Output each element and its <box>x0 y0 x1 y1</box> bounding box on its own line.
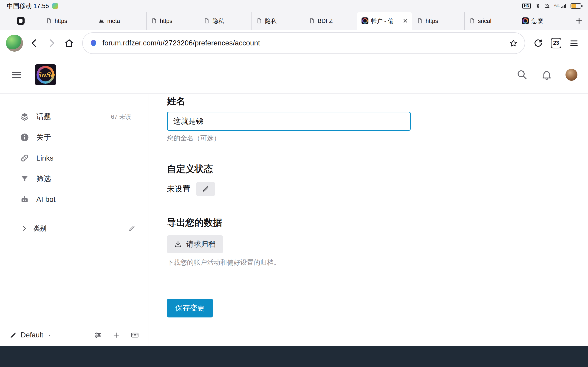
full-name-input[interactable] <box>167 112 411 131</box>
browser-tab-6[interactable]: BDFZ <box>304 12 357 30</box>
edit-categories-icon[interactable] <box>128 225 135 232</box>
status-bar-left: 中国移动 17:55 <box>7 2 58 10</box>
site-favicon <box>522 17 529 24</box>
name-section-title: 姓名 <box>167 94 588 108</box>
browser-tab-8[interactable]: https <box>412 12 465 30</box>
theme-selector[interactable]: Default <box>21 331 43 339</box>
page-favicon <box>46 18 52 24</box>
tab-title: meta <box>107 18 143 24</box>
page-favicon <box>417 18 423 24</box>
tab-title: 隐私 <box>212 17 248 25</box>
sidebar-item-topics[interactable]: 话题 67 未读 <box>0 106 149 127</box>
categories-label: 类别 <box>34 224 46 233</box>
browser-profile-avatar[interactable] <box>6 35 23 52</box>
browser-tab-active[interactable]: 帐户 - 偏 <box>357 12 412 30</box>
sidebar-item-links[interactable]: Links <box>0 148 149 168</box>
plus-icon <box>575 17 583 25</box>
browser-tab-3[interactable]: https <box>147 12 199 30</box>
url-bar[interactable]: forum.rdfzer.com/u/2723206/preferences/a… <box>82 32 525 54</box>
tab-counter-button[interactable]: 23 <box>551 38 561 48</box>
export-section-title: 导出您的数据 <box>167 216 588 229</box>
site-logo[interactable]: SnSe <box>35 64 56 85</box>
tab-title: BDFZ <box>318 18 353 24</box>
search-button[interactable] <box>516 69 528 81</box>
bell-muted-icon <box>545 3 550 9</box>
page-favicon <box>151 18 157 24</box>
meta-favicon <box>99 18 104 24</box>
url-text[interactable]: forum.rdfzer.com/u/2723206/preferences/a… <box>103 39 504 47</box>
browser-tab-9[interactable]: srical <box>465 12 517 30</box>
add-icon[interactable] <box>112 331 120 339</box>
user-avatar[interactable] <box>565 69 578 81</box>
sidebar-item-label: 关于 <box>36 132 51 142</box>
search-icon <box>516 69 528 81</box>
status-bar: 中国移动 17:55 HD 5G <box>0 0 588 12</box>
notification-app-icon <box>52 3 58 9</box>
new-tab-button[interactable] <box>570 12 588 30</box>
sidebar-item-filter[interactable]: 筛选 <box>0 168 149 189</box>
sidebar-item-about[interactable]: 关于 <box>0 127 149 148</box>
browser-tab-5[interactable]: 隐私 <box>252 12 304 30</box>
browser-tab-2[interactable]: meta <box>94 12 147 30</box>
custom-status-row: 未设置 <box>167 182 588 196</box>
home-icon <box>64 38 74 48</box>
tab-title: srical <box>478 18 513 24</box>
hamburger-icon <box>10 69 23 81</box>
edit-status-button[interactable] <box>196 182 215 196</box>
page-favicon <box>204 18 210 24</box>
carrier-time-text: 中国移动 17:55 <box>7 2 49 10</box>
export-hint: 下载您的帐户活动和偏好设置的归档。 <box>167 258 588 267</box>
brush-icon <box>10 332 17 339</box>
page-favicon <box>469 18 475 24</box>
info-icon <box>20 133 29 142</box>
signal-bars-icon <box>561 3 566 8</box>
browser-toolbar: forum.rdfzer.com/u/2723206/preferences/a… <box>0 30 588 56</box>
sidebar-item-label: 筛选 <box>36 174 51 184</box>
menu-icon <box>569 38 579 48</box>
request-archive-button[interactable]: 请求归档 <box>167 235 223 253</box>
bluetooth-icon <box>535 3 540 9</box>
caret-down-icon[interactable] <box>47 332 52 338</box>
keyboard-icon[interactable] <box>131 331 139 339</box>
request-archive-label: 请求归档 <box>186 239 216 249</box>
forward-button[interactable] <box>44 35 60 51</box>
hd-badge: HD <box>522 3 531 9</box>
tab-title: 怎麼 <box>531 17 566 25</box>
page-favicon <box>309 18 315 24</box>
link-icon <box>20 153 29 163</box>
layers-icon <box>20 112 29 122</box>
screen: 中国移动 17:55 HD 5G https <box>0 0 588 367</box>
dark-app-favicon <box>17 17 25 25</box>
forum-favicon <box>362 17 368 24</box>
bookmark-star-icon[interactable] <box>509 39 518 48</box>
reload-button[interactable] <box>530 35 546 51</box>
browser-tab-0[interactable] <box>0 12 41 30</box>
back-icon <box>29 38 39 48</box>
status-bar-right: HD 5G <box>522 3 581 9</box>
sidebar-toggle-button[interactable] <box>10 69 23 81</box>
back-button[interactable] <box>26 35 42 51</box>
network-type-text: 5G <box>554 4 560 8</box>
tab-title: https <box>160 18 195 24</box>
save-changes-button[interactable]: 保存变更 <box>167 299 213 317</box>
browser-menu-button[interactable] <box>566 35 582 51</box>
close-tab-icon[interactable] <box>402 18 408 24</box>
unread-badge: 67 未读 <box>111 113 131 121</box>
signal-indicator: 5G <box>554 3 566 8</box>
shield-icon[interactable] <box>90 39 97 47</box>
notifications-button[interactable] <box>541 69 552 80</box>
forward-icon <box>47 38 57 48</box>
browser-tab-1[interactable]: https <box>41 12 94 30</box>
sidebar-section-categories[interactable]: 类别 <box>0 219 149 238</box>
browser-tab-4[interactable]: 隐私 <box>199 12 252 30</box>
home-button[interactable] <box>61 35 77 51</box>
sidebar-item-label: AI bot <box>36 195 56 204</box>
header-actions <box>516 69 578 81</box>
preferences-sliders-icon[interactable] <box>94 331 102 339</box>
browser-tab-10[interactable]: 怎麼 <box>517 12 570 30</box>
tab-count-text: 23 <box>553 40 559 46</box>
chevron-right-icon[interactable] <box>21 225 27 232</box>
sidebar-item-ai-bot[interactable]: AI bot <box>0 189 149 210</box>
page-favicon <box>256 18 262 24</box>
download-icon <box>174 241 182 248</box>
